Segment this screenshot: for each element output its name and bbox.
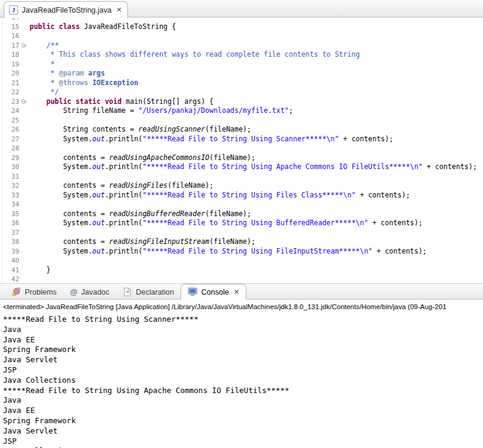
fold-column	[19, 256, 30, 266]
code-line: 17 /**	[0, 41, 483, 51]
fold-column	[19, 22, 30, 32]
console-line: Java Servlet	[3, 355, 483, 365]
fold-column	[19, 228, 30, 238]
fold-column	[19, 275, 30, 283]
code-line: 18 * This class shows different ways to …	[0, 50, 483, 60]
code-text: System.out.println("*****Read File to St…	[30, 191, 483, 200]
code-text: System.out.println("*****Read File to St…	[30, 135, 483, 144]
code-text: *	[30, 60, 483, 69]
tab-javadoc[interactable]: @ Javadoc	[63, 285, 116, 299]
code-line: 15public class JavaReadFileToString {	[0, 22, 483, 32]
line-number: 38	[0, 237, 19, 247]
line-number: 39	[0, 247, 19, 257]
fold-column	[19, 266, 30, 275]
line-number: 20	[0, 69, 19, 78]
collapse-icon[interactable]	[21, 43, 26, 48]
code-text	[30, 31, 483, 41]
code-line: 32 contents = readUsingFiles(fileName);	[0, 181, 483, 191]
fold-column	[19, 125, 30, 135]
code-line: 36 System.out.println("*****Read File to…	[0, 219, 483, 228]
console-line: *****Read File to String Using Apache Co…	[3, 386, 483, 396]
line-number: 16	[0, 31, 19, 41]
line-number: 18	[0, 50, 19, 60]
fold-column	[19, 219, 30, 228]
declaration-icon	[123, 287, 132, 296]
fold-column	[19, 78, 30, 88]
code-editor[interactable]: 1415public class JavaReadFileToString {1…	[0, 18, 483, 283]
line-number: 27	[0, 135, 19, 144]
code-text: * @throws IOException	[30, 78, 483, 88]
fold-column	[19, 106, 30, 116]
console-line: Java Collections	[3, 376, 483, 386]
fold-column	[19, 210, 30, 219]
code-text: */	[30, 88, 483, 97]
code-text: * This class shows different ways to rea…	[30, 50, 483, 60]
code-text: System.out.println("*****Read File to St…	[30, 162, 483, 172]
tab-declaration[interactable]: Declaration	[116, 285, 181, 299]
code-text: public static void main(String[] args) {	[30, 97, 483, 107]
tab-problems-label: Problems	[25, 288, 57, 296]
code-line: 34	[0, 200, 483, 210]
javadoc-icon: @	[70, 287, 78, 296]
line-number: 21	[0, 78, 19, 88]
code-line: 23 public static void main(String[] args…	[0, 97, 483, 107]
code-line: 22 */	[0, 88, 483, 97]
console-line: *****Read File to String Using Scanner**…	[3, 315, 483, 325]
line-number: 26	[0, 125, 19, 135]
fold-column	[19, 237, 30, 247]
line-number: 40	[0, 256, 19, 266]
fold-column	[19, 181, 30, 191]
code-text	[30, 256, 483, 266]
code-line: 37	[0, 228, 483, 238]
tab-console[interactable]: Console ✕	[181, 284, 246, 299]
line-number: 32	[0, 181, 19, 191]
code-text	[30, 275, 483, 283]
code-text: contents = readUsingBufferedReader(fileN…	[30, 210, 483, 219]
console-header: <terminated> JavaReadFileToString [Java …	[0, 299, 483, 313]
line-number: 30	[0, 162, 19, 172]
code-line: 39 System.out.println("*****Read File to…	[0, 247, 483, 257]
fold-column	[19, 153, 30, 163]
fold-column	[19, 247, 30, 257]
line-number: 24	[0, 106, 19, 116]
line-number: 42	[0, 275, 19, 283]
editor-tab-javareadfiletostring[interactable]: J JavaReadFileToString.java ✕	[4, 1, 128, 18]
line-number: 28	[0, 144, 19, 153]
console-line: JSP	[3, 437, 483, 447]
code-line: 19 *	[0, 60, 483, 69]
bottom-view-tabbar: Problems @ Javadoc Declaration Console ✕	[0, 283, 483, 299]
code-text	[30, 228, 483, 238]
code-text	[30, 172, 483, 182]
fold-column	[19, 50, 30, 60]
line-number: 37	[0, 228, 19, 238]
line-number: 34	[0, 200, 19, 210]
console-line: Java EE	[3, 335, 483, 345]
line-number: 33	[0, 191, 19, 200]
line-number: 41	[0, 266, 19, 275]
code-line: 42	[0, 275, 483, 283]
code-line: 20 * @param args	[0, 69, 483, 78]
tab-declaration-label: Declaration	[136, 288, 174, 296]
fold-column	[19, 31, 30, 41]
code-line: 30 System.out.println("*****Read File to…	[0, 162, 483, 172]
line-number: 14	[0, 18, 19, 22]
editor-tab-title: JavaReadFileToString.java	[22, 6, 112, 14]
code-line: 40	[0, 256, 483, 266]
code-text	[30, 116, 483, 126]
code-text: String contents = readUsingScanner(fileN…	[30, 125, 483, 135]
collapse-icon[interactable]	[21, 99, 26, 104]
code-line: 28	[0, 144, 483, 153]
line-number: 17	[0, 41, 19, 51]
code-line: 24 String fileName = "/Users/pankaj/Down…	[0, 106, 483, 116]
code-line: 29 contents = readUsingApacheCommonsIO(f…	[0, 153, 483, 163]
fold-column	[19, 88, 30, 97]
problems-icon	[11, 287, 21, 296]
tab-console-label: Console	[201, 288, 229, 296]
console-output[interactable]: *****Read File to String Using Scanner**…	[0, 313, 483, 448]
console-line: Spring Framework	[3, 345, 483, 355]
tab-problems[interactable]: Problems	[5, 285, 63, 299]
editor-tabbar: J JavaReadFileToString.java ✕	[0, 0, 483, 18]
close-icon[interactable]: ✕	[115, 6, 122, 14]
close-icon[interactable]: ✕	[232, 288, 239, 296]
code-text: contents = readUsingFileInputStream(file…	[30, 237, 483, 247]
